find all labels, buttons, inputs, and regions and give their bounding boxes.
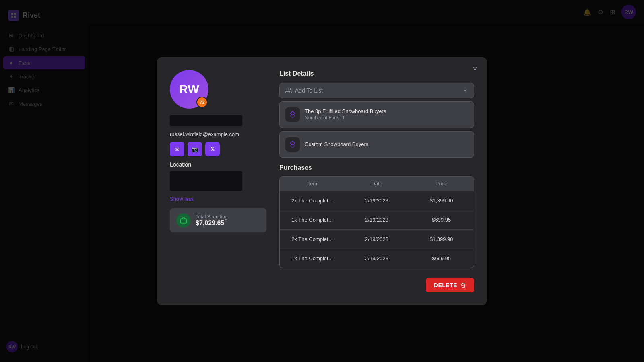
social-links: ✉ 📷 𝕏 [170, 142, 266, 156]
purchases-section: Purchases Item Date Price 2x The Complet… [279, 164, 474, 268]
profile-name-bar [170, 115, 242, 126]
cell-item-2: 2x The Complet... [280, 230, 345, 249]
show-less-link[interactable]: Show less [170, 196, 266, 202]
spending-icon [176, 213, 191, 228]
svg-rect-4 [181, 219, 187, 223]
column-item: Item [280, 177, 345, 191]
list-card-info-1: The 3p Fulfilled Snowboard Buyers Number… [305, 108, 386, 121]
list-card-3p-fulfilled[interactable]: The 3p Fulfilled Snowboard Buyers Number… [279, 101, 474, 128]
list-card-name-2: Custom Snowboard Buyers [305, 141, 368, 147]
cell-price-1: $699.95 [409, 210, 474, 229]
twitter-icon: 𝕏 [211, 146, 215, 152]
add-to-list-label: Add To List [295, 87, 323, 94]
table-row: 1x The Complet... 2/19/2023 $699.95 [280, 210, 474, 230]
spending-info: Total Spending $7,029.65 [196, 214, 227, 227]
svg-marker-8 [290, 141, 295, 145]
location-bar [170, 171, 242, 191]
cell-item-0: 2x The Complet... [280, 191, 345, 210]
add-to-list-left: Add To List [285, 87, 323, 94]
svg-marker-9 [290, 144, 295, 148]
twitter-social-button[interactable]: 𝕏 [205, 142, 220, 156]
table-header: Item Date Price [280, 177, 474, 191]
people-icon [285, 87, 292, 94]
svg-point-5 [287, 88, 289, 90]
cell-price-3: $699.95 [409, 249, 474, 268]
table-body: 2x The Complet... 2/19/2023 $1,399.90 1x… [280, 191, 474, 268]
column-price: Price [409, 177, 474, 191]
snowboard-list-icon-2 [285, 137, 300, 152]
delete-label: DELETE [434, 282, 457, 288]
column-date: Date [345, 177, 409, 191]
svg-marker-7 [290, 114, 295, 118]
profile-email: russel.winfield@example.com [170, 131, 266, 137]
close-button[interactable]: × [469, 64, 481, 75]
list-card-name-1: The 3p Fulfilled Snowboard Buyers [305, 108, 386, 114]
cell-date-1: 2/19/2023 [345, 210, 409, 229]
instagram-icon: 📷 [192, 146, 198, 152]
purchases-table: Item Date Price 2x The Complet... 2/19/2… [279, 176, 474, 268]
profile-badge: 72 [196, 97, 208, 108]
snowboard-list-icon-1 [285, 107, 300, 122]
cell-item-1: 1x The Complet... [280, 210, 345, 229]
delete-button[interactable]: DELETE [426, 278, 474, 292]
table-row: 1x The Complet... 2/19/2023 $699.95 [280, 249, 474, 268]
modal-right-panel: List Details Add To List [279, 70, 474, 292]
list-details-title: List Details [279, 70, 474, 77]
total-spending-card: Total Spending $7,029.65 [170, 208, 266, 232]
cell-date-0: 2/19/2023 [345, 191, 409, 210]
list-details-section: List Details Add To List [279, 70, 474, 158]
email-social-button[interactable]: ✉ [170, 142, 184, 156]
location-section: Location [170, 161, 266, 191]
trash-icon [460, 282, 466, 288]
purchases-title: Purchases [279, 164, 474, 171]
cell-date-2: 2/19/2023 [345, 230, 409, 249]
email-icon: ✉ [175, 146, 180, 152]
modal-backdrop: × RW 72 russel.winfield@example.com ✉ 📷 [0, 0, 644, 362]
profile-avatar: RW 72 [170, 70, 208, 109]
modal-left-panel: RW 72 russel.winfield@example.com ✉ 📷 𝕏 [170, 70, 266, 292]
chevron-down-icon [462, 88, 468, 93]
modal-footer: DELETE [279, 275, 474, 292]
avatar-initials: RW [179, 82, 199, 96]
add-to-list-dropdown[interactable]: Add To List [279, 83, 474, 98]
list-card-info-2: Custom Snowboard Buyers [305, 141, 368, 147]
table-row: 2x The Complet... 2/19/2023 $1,399.90 [280, 191, 474, 210]
cell-item-3: 1x The Complet... [280, 249, 345, 268]
fan-detail-modal: × RW 72 russel.winfield@example.com ✉ 📷 [157, 57, 487, 305]
location-label: Location [170, 161, 266, 168]
cell-date-3: 2/19/2023 [345, 249, 409, 268]
table-row: 2x The Complet... 2/19/2023 $1,399.90 [280, 230, 474, 249]
spending-amount: $7,029.65 [196, 220, 227, 227]
cell-price-0: $1,399.90 [409, 191, 474, 210]
instagram-social-button[interactable]: 📷 [188, 142, 202, 156]
list-card-fans-1: Number of Fans: 1 [305, 115, 386, 121]
svg-marker-6 [290, 111, 295, 115]
list-card-custom-snowboard[interactable]: Custom Snowboard Buyers [279, 131, 474, 158]
cell-price-2: $1,399.90 [409, 230, 474, 249]
spending-label: Total Spending [196, 214, 227, 220]
